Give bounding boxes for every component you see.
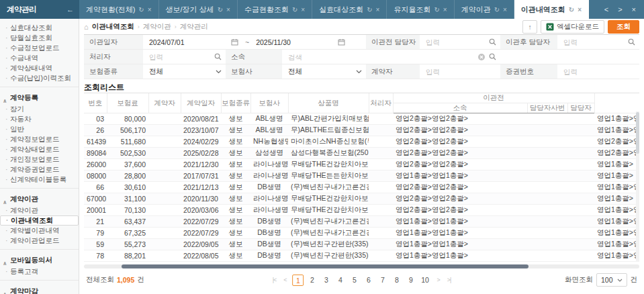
col-header-kind[interactable]: 보험종류 — [221, 93, 250, 113]
tab-close-icon[interactable]: × — [578, 6, 582, 13]
scroll-top-button[interactable]: ↑ — [522, 20, 537, 34]
page-number[interactable]: 5 — [349, 275, 361, 286]
calendar-icon[interactable] — [338, 38, 345, 46]
policy-no-input[interactable] — [563, 68, 639, 76]
tab-refresh-icon[interactable]: ↻ — [292, 6, 297, 13]
ins-kind-select[interactable]: 전체 — [143, 64, 226, 79]
table-row[interactable]: 20001 70,130 2020/03/06 생보 라이나생명 무배당THE건… — [84, 205, 639, 216]
col-header-date[interactable]: 계약일자 — [181, 93, 221, 113]
sidebar-item[interactable]: 이관내역조회 — [0, 215, 79, 226]
page-number[interactable]: 2 — [307, 275, 318, 286]
sidebar-item[interactable]: 계약이관 — [0, 205, 79, 215]
col-header-insurer[interactable]: 보험사 — [250, 93, 288, 113]
page-number[interactable]: 10 — [420, 275, 431, 286]
sidebar-item[interactable]: 당월실효조회 — [0, 33, 79, 43]
tab[interactable]: 계약이관 ↻ × — [455, 0, 514, 19]
insurer-select[interactable]: 전체 — [282, 64, 366, 79]
table-row[interactable]: 670001 31,100 2020/11/30 생보 라이나생명 무배당THE… — [84, 193, 639, 205]
sidebar-item[interactable]: 일반 — [0, 124, 79, 134]
sidebar-item[interactable]: 계약등록 — [0, 87, 79, 104]
tab-close-icon[interactable]: × — [503, 6, 507, 13]
col-header-after[interactable] — [594, 93, 639, 113]
vertical-scrollbar-thumb[interactable] — [636, 112, 639, 154]
sidebar-item[interactable]: 등록고객 — [0, 266, 79, 277]
first-page-icon[interactable]: |< — [271, 277, 278, 283]
search-icon[interactable] — [214, 53, 222, 60]
search-icon[interactable] — [489, 38, 496, 46]
sidebar-item[interactable]: 계약마감 — [0, 280, 79, 294]
sidebar-item[interactable]: 계약별이관내역 — [0, 226, 79, 236]
tab[interactable]: 계약현황(전체) ↻ × — [79, 0, 159, 19]
table-row[interactable]: 59 55,273 2022/09/05 생보 DB생명 (무)백년친구간편한(… — [84, 239, 639, 250]
tab[interactable]: 수금현황조회 ↻ × — [238, 0, 312, 19]
tab-close-icon[interactable]: × — [376, 6, 380, 13]
next-page-icon[interactable]: > — [436, 277, 441, 283]
tab-refresh-icon[interactable]: ↻ — [367, 6, 372, 13]
contractor-input[interactable] — [426, 68, 500, 76]
dept-search-input[interactable] — [288, 53, 475, 61]
tab-refresh-icon[interactable]: ↻ — [218, 6, 223, 13]
page-number[interactable]: 3 — [321, 275, 332, 286]
col-header-product[interactable]: 상품명 — [288, 93, 369, 113]
table-row[interactable]: 66 30,610 2021/12/13 생보 DB생명 (무)백년친구내가고른… — [84, 182, 639, 193]
page-number[interactable]: 1 — [293, 275, 304, 286]
excel-download-button[interactable]: 엑셀다운로드 — [541, 20, 604, 34]
tab-close-icon[interactable]: × — [226, 6, 230, 13]
transfer-date-from[interactable]: 2024/07/01 — [149, 38, 228, 46]
calendar-icon[interactable] — [231, 38, 238, 46]
sidebar-item[interactable]: 모바일동의서 — [0, 249, 79, 266]
col-header-no[interactable]: 번호 — [84, 93, 107, 113]
page-number[interactable]: 6 — [363, 275, 375, 286]
page-number[interactable]: 8 — [392, 275, 403, 286]
col-header-handler[interactable]: 처리자 — [369, 93, 393, 113]
sidebar-item[interactable]: 계약이관업로드 — [0, 236, 79, 246]
tab-refresh-icon[interactable]: ↻ — [434, 6, 439, 13]
table-row[interactable]: 8908468 502,530 2025/02/28 생보 삼성생명 삼성다행복… — [84, 148, 639, 159]
search-icon[interactable] — [628, 38, 635, 46]
sidebar-item[interactable]: 개인정보업로드 — [0, 154, 79, 164]
tab[interactable]: 실효대상조회 ↻ × — [312, 0, 387, 19]
tab-close-icon[interactable]: × — [301, 6, 305, 13]
table-row[interactable]: 79 67,325 2022/07/29 생보 DB생명 (무)백년친구내가고른… — [84, 228, 639, 239]
page-size-select[interactable]: 100 — [596, 273, 627, 287]
transfer-date-to[interactable]: 2025/11/30 — [256, 38, 335, 46]
sidebar-item[interactable]: 수금정보업로드 — [0, 43, 79, 53]
col-group-before[interactable]: 이관전 — [393, 93, 594, 103]
sidebar-collapse-icon[interactable]: ← — [66, 5, 74, 13]
before-manager-input[interactable] — [426, 38, 486, 46]
page-number[interactable]: 7 — [377, 275, 389, 286]
sidebar-item[interactable]: 계약상태내역 — [0, 63, 79, 73]
last-page-icon[interactable]: >| — [446, 277, 453, 283]
table-row[interactable]: 080001 28,800 2017/07/31 생보 라이나생명 무배당THE… — [84, 170, 639, 182]
sidebar-item[interactable]: 신계약테이블등록 — [0, 175, 79, 185]
vertical-scrollbar[interactable] — [636, 111, 639, 262]
sidebar-item[interactable]: 계약상태업로드 — [0, 144, 79, 154]
search-icon[interactable] — [489, 53, 496, 60]
sidebar-item[interactable]: 계약이관 — [0, 188, 79, 205]
sidebar-item[interactable]: 계약증권업로드 — [0, 164, 79, 175]
table-row[interactable]: 26 506,170 2023/10/07 생보 ABL생명 무)ABLTHE드… — [84, 125, 639, 136]
search-submit-button[interactable]: 조회 — [608, 20, 639, 34]
tabs-close-all-icon[interactable]: × — [632, 5, 636, 13]
prev-page-icon[interactable]: < — [282, 277, 287, 283]
table-row[interactable]: 78 88,201 2022/08/05 생보 DB생명 (무)백년친구간편한(… — [84, 250, 639, 262]
col-header-mgr[interactable]: 담당자 — [567, 103, 594, 113]
tab-close-icon[interactable]: × — [443, 6, 447, 13]
table-row[interactable]: 614391 511,680 2024/02/29 생보 NH농협생명 마이초이… — [84, 136, 639, 148]
tab-scroll-right-icon[interactable]: > — [618, 5, 622, 13]
table-row[interactable]: 260001 37,600 2021/12/30 생보 라이나생명 무배당THE… — [84, 159, 639, 170]
after-manager-input[interactable] — [563, 38, 625, 46]
tab-refresh-icon[interactable]: ↻ — [569, 6, 574, 13]
tab[interactable]: 이관내역조회 ↻ × — [514, 0, 589, 19]
table-row[interactable]: 03 80,000 2020/08/21 생보 ABL생명 무)ABL간편가입치… — [84, 113, 639, 125]
sidebar-item[interactable]: 장기 — [0, 104, 79, 114]
tab-refresh-icon[interactable]: ↻ — [138, 6, 144, 13]
sidebar-item[interactable]: 수금내역 — [0, 53, 79, 63]
tab-scroll-left-icon[interactable]: < — [604, 5, 608, 13]
col-header-contractor[interactable]: 계약자 — [148, 93, 181, 113]
col-header-premium[interactable]: 보험료 — [107, 93, 148, 113]
handler-input[interactable] — [149, 53, 212, 61]
page-number[interactable]: 4 — [335, 275, 347, 286]
sidebar-item[interactable]: 계약정보업로드 — [0, 134, 79, 144]
tab[interactable]: 유지율조회 ↻ × — [387, 0, 454, 19]
